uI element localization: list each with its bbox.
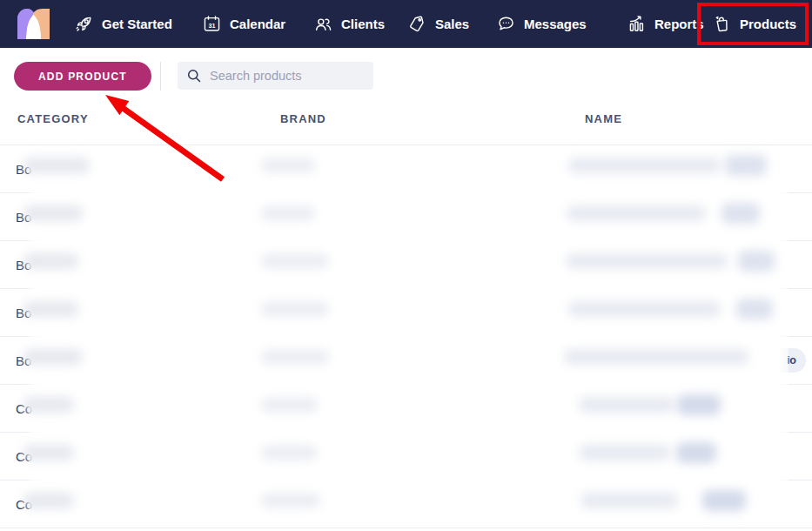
price-tag-icon [407, 14, 427, 34]
column-header-category: CATEGORY [17, 112, 89, 125]
svg-text:31: 31 [209, 23, 216, 30]
column-header-brand: BRAND [280, 112, 326, 125]
search-input[interactable] [210, 69, 365, 83]
row-category-text: Co [16, 401, 32, 416]
table-row[interactable]: Bo io [0, 337, 812, 385]
table-row[interactable]: Co [0, 385, 812, 433]
search-icon [186, 68, 202, 84]
mangomint-logo[interactable] [16, 8, 51, 40]
row-category-text: Co [16, 449, 32, 464]
row-category-text: Bo [16, 306, 31, 320]
search-box[interactable] [178, 62, 373, 90]
clients-icon [313, 14, 333, 34]
table-row[interactable]: Bo [0, 289, 812, 337]
nav-item-messages[interactable]: Messages [496, 0, 587, 48]
nav-item-products[interactable]: Products [712, 0, 796, 48]
shopping-bag-icon [712, 14, 732, 34]
rocket-icon [74, 14, 94, 34]
nav-item-get-started[interactable]: Get Started [74, 0, 172, 48]
nav-item-label: Calendar [230, 17, 285, 31]
nav-item-label: Messages [524, 17, 587, 31]
nav-item-reports[interactable]: Reports [627, 0, 704, 48]
calendar-icon: 31 [202, 14, 222, 34]
nav-item-label: Sales [435, 17, 469, 31]
row-category-text: Co [16, 497, 32, 512]
toolbar-divider [160, 62, 161, 91]
row-category-text: Bo [16, 162, 31, 177]
nav-item-label: Reports [654, 17, 704, 31]
row-category-text: Bo [16, 210, 31, 225]
table-row[interactable]: Co [0, 433, 812, 481]
add-product-button[interactable]: ADD PRODUCT [14, 62, 151, 91]
chat-bubble-icon [496, 14, 516, 34]
table-row[interactable]: Bo [0, 145, 812, 193]
nav-item-sales[interactable]: Sales [407, 0, 469, 48]
products-page: Get Started 31 Calendar Clients [0, 0, 812, 531]
nav-item-label: Get Started [102, 17, 172, 31]
table-row[interactable]: Co [0, 481, 812, 528]
row-category-text: Bo [16, 353, 31, 368]
top-navigation-bar: Get Started 31 Calendar Clients [0, 0, 812, 48]
table-row[interactable]: Bo [0, 241, 812, 289]
column-header-name: NAME [585, 112, 622, 125]
products-table: Bo Bo Bo Bo Bo io Co Co Co [0, 145, 812, 528]
nav-item-label: Clients [341, 17, 385, 31]
nav-item-label: Products [740, 17, 796, 31]
table-header: CATEGORY BRAND NAME [0, 100, 812, 145]
status-badge: io [762, 348, 806, 373]
row-category-text: Bo [16, 258, 31, 272]
toolbar: ADD PRODUCT [0, 48, 812, 100]
bar-chart-icon [627, 14, 647, 34]
nav-item-calendar[interactable]: 31 Calendar [202, 0, 285, 48]
table-row[interactable]: Bo [0, 193, 812, 241]
nav-item-clients[interactable]: Clients [313, 0, 385, 48]
